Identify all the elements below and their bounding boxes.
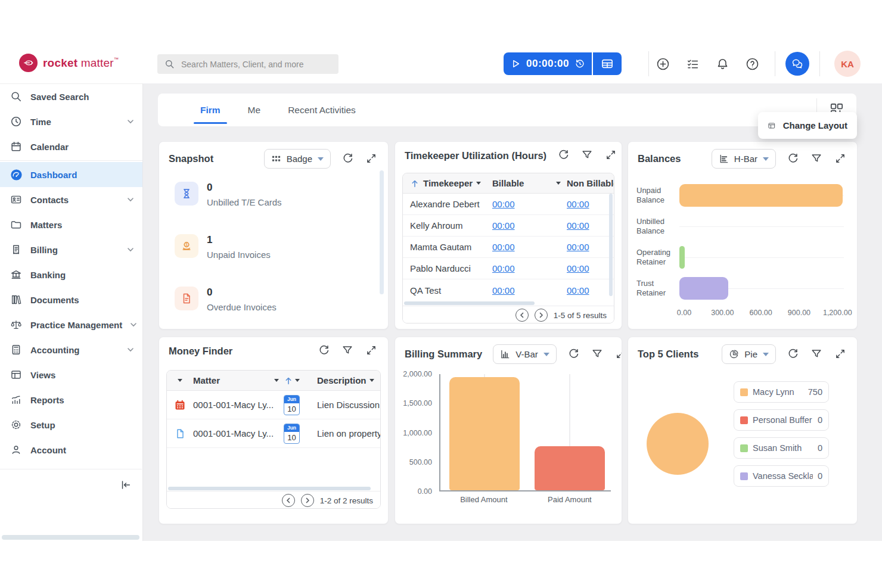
sidebar-item-account[interactable]: Account — [0, 437, 142, 462]
table-row[interactable]: Pablo Narducci 00:00 00:00 — [403, 258, 614, 279]
expand-icon[interactable] — [365, 344, 378, 357]
sidebar-item-time[interactable]: Time — [0, 109, 142, 134]
snapshot-view-dropdown[interactable]: Badge — [264, 149, 331, 169]
legend-item-personal-buffer[interactable]: Personal Buffer 0 — [734, 409, 829, 431]
column-header-non-billable[interactable]: Non Billable — [567, 178, 614, 188]
legend-item-macy-lynn[interactable]: Macy Lynn 750 — [734, 381, 829, 403]
column-header-billable[interactable]: Billable — [492, 178, 567, 188]
table-horizontal-scrollbar[interactable] — [167, 486, 380, 491]
timer-grid-button[interactable] — [592, 52, 622, 75]
column-header-matter[interactable]: Matter — [193, 375, 284, 385]
sidebar-item-calendar[interactable]: Calendar — [0, 134, 142, 159]
column-header-description[interactable]: Description — [317, 375, 380, 385]
sidebar-item-matters[interactable]: Matters — [0, 212, 142, 237]
refresh-icon[interactable] — [318, 344, 331, 357]
non-billable-hours-link[interactable]: 00:00 — [567, 285, 589, 295]
billable-hours-link[interactable]: 00:00 — [492, 199, 515, 209]
expand-icon[interactable] — [615, 348, 622, 361]
billable-hours-link[interactable]: 00:00 — [492, 285, 515, 295]
column-menu-caret-icon[interactable] — [369, 379, 374, 382]
snapshot-label: Unpaid Invoices — [207, 250, 271, 260]
next-page-icon[interactable] — [301, 494, 314, 507]
next-page-icon[interactable] — [535, 309, 548, 322]
expand-icon[interactable] — [605, 149, 618, 162]
billable-hours-link[interactable]: 00:00 — [492, 263, 515, 273]
chat-icon[interactable] — [785, 52, 809, 76]
collapse-sidebar-icon[interactable] — [118, 477, 133, 493]
snapshot-scrollbar[interactable] — [380, 170, 384, 294]
add-plus-icon[interactable] — [656, 57, 670, 71]
sidebar-item-setup[interactable]: Setup — [0, 412, 142, 437]
snapshot-item-overdue-invoices[interactable]: 0 Overdue Invoices — [175, 287, 388, 329]
column-header-type[interactable] — [167, 379, 193, 382]
snapshot-item-unpaid-invoices[interactable]: $ 1 Unpaid Invoices — [175, 234, 388, 287]
column-menu-caret-icon[interactable] — [556, 182, 561, 185]
previous-page-icon[interactable] — [515, 309, 529, 322]
table-row[interactable]: Mamta Gautam 00:00 00:00 — [403, 237, 614, 258]
non-billable-hours-link[interactable]: 00:00 — [567, 263, 589, 273]
sidebar-item-views[interactable]: Views — [0, 362, 142, 387]
refresh-icon[interactable] — [341, 153, 355, 166]
table-row[interactable]: Kelly Ahroum 00:00 00:00 — [403, 215, 614, 237]
table-row[interactable]: 0001-001-Macy Ly... Jun10 Lien Discussio… — [167, 391, 380, 419]
tab-firm[interactable]: Firm — [189, 94, 232, 126]
legend-item-susan-smith[interactable]: Susan Smith 0 — [734, 437, 829, 459]
table-row[interactable]: 0001-001-Macy Ly... Jun10 Lien on proper… — [167, 419, 380, 448]
search-input[interactable] — [157, 54, 338, 74]
column-header-date[interactable] — [284, 376, 317, 385]
expand-icon[interactable] — [834, 153, 847, 166]
billable-hours-link[interactable]: 00:00 — [492, 242, 515, 252]
expand-icon[interactable] — [834, 348, 847, 361]
expand-icon[interactable] — [365, 153, 378, 166]
filter-icon[interactable] — [591, 348, 604, 361]
column-menu-caret-icon[interactable] — [295, 379, 300, 382]
bell-icon[interactable] — [715, 57, 729, 71]
tab-me[interactable]: Me — [237, 94, 272, 126]
change-layout-button[interactable]: Change Layout — [758, 112, 857, 139]
rocket-matter-logo[interactable]: rocket matter™ — [19, 54, 119, 72]
sidebar-item-dashboard[interactable]: Dashboard — [0, 162, 142, 187]
column-header-timekeeper[interactable]: Timekeeper — [403, 178, 492, 188]
column-menu-caret-icon[interactable] — [274, 379, 279, 382]
refresh-icon[interactable] — [787, 348, 800, 361]
refresh-icon[interactable] — [567, 348, 580, 361]
billing-view-dropdown[interactable]: V-Bar — [493, 344, 557, 364]
top5-view-dropdown[interactable]: Pie — [722, 344, 776, 364]
sidebar-item-practice-management[interactable]: Practice Management — [0, 312, 142, 337]
non-billable-hours-link[interactable]: 00:00 — [567, 199, 589, 209]
table-horizontal-scrollbar[interactable] — [403, 301, 614, 306]
refresh-icon[interactable] — [787, 153, 800, 166]
tasks-checklist-icon[interactable] — [685, 57, 700, 71]
help-icon[interactable] — [745, 57, 759, 71]
user-avatar[interactable]: KA — [834, 51, 861, 77]
refresh-icon[interactable] — [557, 149, 570, 162]
sidebar-item-billing[interactable]: Billing — [0, 237, 142, 262]
non-billable-hours-link[interactable]: 00:00 — [567, 242, 589, 252]
filter-icon[interactable] — [810, 153, 824, 166]
table-vertical-scrollbar[interactable] — [609, 194, 613, 296]
timer-start-button[interactable]: 00:00:00 — [504, 52, 592, 75]
sidebar-item-banking[interactable]: Banking — [0, 262, 142, 287]
non-billable-hours-link[interactable]: 00:00 — [567, 220, 589, 231]
table-row[interactable]: Alexandre Debert 00:00 00:00 — [403, 194, 614, 215]
results-count: 1-2 of 2 results — [320, 496, 373, 505]
sidebar-item-saved-search[interactable]: Saved Search — [0, 84, 142, 109]
balances-view-dropdown[interactable]: H-Bar — [712, 149, 776, 169]
sidebar-item-accounting[interactable]: Accounting — [0, 337, 142, 362]
filter-icon[interactable] — [810, 348, 824, 361]
table-row[interactable]: QA Test 00:00 00:00 — [403, 279, 614, 301]
sidebar-item-contacts[interactable]: Contacts — [0, 187, 142, 212]
sidebar-item-documents[interactable]: Documents — [0, 287, 142, 312]
filter-icon[interactable] — [341, 344, 355, 357]
legend-item-vanessa-seckla[interactable]: Vanessa Seckla 0 — [734, 465, 829, 487]
timekeeper-rows: Alexandre Debert 00:00 00:00 Kelly Ahrou… — [403, 194, 614, 301]
filter-icon[interactable] — [581, 149, 594, 162]
previous-page-icon[interactable] — [282, 494, 295, 507]
column-menu-caret-icon[interactable] — [178, 379, 182, 382]
snapshot-item-unbilled-te[interactable]: 0 Unbilled T/E Cards — [175, 182, 388, 234]
sidebar-item-reports[interactable]: Reports — [0, 387, 142, 412]
tab-recent-activities[interactable]: Recent Activities — [277, 94, 367, 126]
billable-hours-link[interactable]: 00:00 — [492, 220, 515, 231]
column-menu-caret-icon[interactable] — [476, 182, 481, 185]
sidebar-scrollbar[interactable] — [2, 535, 139, 540]
